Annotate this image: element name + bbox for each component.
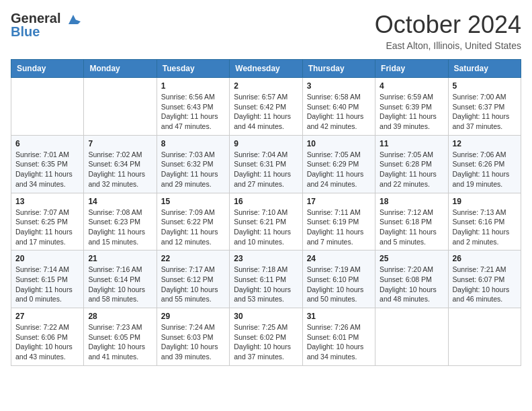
day-number: 12 <box>453 139 517 148</box>
day-detail: Sunrise: 7:19 AM Sunset: 6:10 PM Dayligh… <box>307 265 371 304</box>
day-detail: Sunrise: 7:08 AM Sunset: 6:23 PM Dayligh… <box>88 208 152 247</box>
calendar-cell: 24Sunrise: 7:19 AM Sunset: 6:10 PM Dayli… <box>302 250 375 308</box>
day-number: 26 <box>453 254 517 263</box>
day-detail: Sunrise: 7:00 AM Sunset: 6:37 PM Dayligh… <box>453 92 517 132</box>
day-number: 20 <box>15 254 79 263</box>
calendar-cell: 23Sunrise: 7:18 AM Sunset: 6:11 PM Dayli… <box>230 250 302 308</box>
day-number: 3 <box>307 81 371 91</box>
day-number: 21 <box>88 254 152 263</box>
day-number: 7 <box>88 139 152 148</box>
day-detail: Sunrise: 7:18 AM Sunset: 6:11 PM Dayligh… <box>234 265 298 304</box>
day-detail: Sunrise: 7:23 AM Sunset: 6:05 PM Dayligh… <box>88 322 152 362</box>
day-number: 30 <box>234 312 298 321</box>
calendar-cell: 26Sunrise: 7:21 AM Sunset: 6:07 PM Dayli… <box>448 250 521 308</box>
day-detail: Sunrise: 7:17 AM Sunset: 6:12 PM Dayligh… <box>161 265 225 304</box>
calendar-cell: 13Sunrise: 7:07 AM Sunset: 6:25 PM Dayli… <box>11 193 84 250</box>
calendar-cell: 1Sunrise: 6:56 AM Sunset: 6:43 PM Daylig… <box>157 78 229 136</box>
day-number: 22 <box>161 254 225 263</box>
calendar-cell: 9Sunrise: 7:04 AM Sunset: 6:31 PM Daylig… <box>230 135 302 193</box>
location: East Alton, Illinois, United States <box>375 40 521 51</box>
calendar-cell: 10Sunrise: 7:05 AM Sunset: 6:29 PM Dayli… <box>302 135 375 193</box>
day-detail: Sunrise: 7:20 AM Sunset: 6:08 PM Dayligh… <box>380 265 443 304</box>
calendar-cell <box>448 308 521 366</box>
day-detail: Sunrise: 7:16 AM Sunset: 6:14 PM Dayligh… <box>88 265 152 304</box>
day-of-week-tuesday: Tuesday <box>157 60 229 78</box>
calendar-cell <box>375 308 448 366</box>
day-number: 24 <box>307 254 371 263</box>
calendar-cell: 3Sunrise: 6:58 AM Sunset: 6:40 PM Daylig… <box>302 78 375 136</box>
day-detail: Sunrise: 7:01 AM Sunset: 6:35 PM Dayligh… <box>15 150 79 189</box>
day-detail: Sunrise: 7:11 AM Sunset: 6:19 PM Dayligh… <box>307 208 371 247</box>
calendar-cell: 11Sunrise: 7:05 AM Sunset: 6:28 PM Dayli… <box>375 135 448 193</box>
day-detail: Sunrise: 7:05 AM Sunset: 6:28 PM Dayligh… <box>380 150 443 189</box>
day-number: 15 <box>161 197 225 206</box>
day-number: 23 <box>234 254 298 263</box>
calendar-cell: 6Sunrise: 7:01 AM Sunset: 6:35 PM Daylig… <box>11 135 84 193</box>
calendar-cell <box>11 78 84 136</box>
calendar-cell: 16Sunrise: 7:10 AM Sunset: 6:21 PM Dayli… <box>230 193 302 250</box>
calendar-cell: 28Sunrise: 7:23 AM Sunset: 6:05 PM Dayli… <box>84 308 157 366</box>
day-detail: Sunrise: 7:24 AM Sunset: 6:03 PM Dayligh… <box>161 322 225 362</box>
day-detail: Sunrise: 6:59 AM Sunset: 6:39 PM Dayligh… <box>380 92 443 132</box>
calendar-week-4: 20Sunrise: 7:14 AM Sunset: 6:15 PM Dayli… <box>11 250 521 308</box>
calendar-cell: 21Sunrise: 7:16 AM Sunset: 6:14 PM Dayli… <box>84 250 157 308</box>
calendar-cell: 29Sunrise: 7:24 AM Sunset: 6:03 PM Dayli… <box>157 308 229 366</box>
calendar-cell: 8Sunrise: 7:03 AM Sunset: 6:32 PM Daylig… <box>157 135 229 193</box>
calendar-header-row: SundayMondayTuesdayWednesdayThursdayFrid… <box>11 60 521 78</box>
day-number: 31 <box>307 312 371 321</box>
svg-marker-0 <box>69 15 78 24</box>
day-detail: Sunrise: 7:12 AM Sunset: 6:18 PM Dayligh… <box>380 208 443 247</box>
day-number: 13 <box>15 197 79 206</box>
calendar-cell: 15Sunrise: 7:09 AM Sunset: 6:22 PM Dayli… <box>157 193 229 250</box>
day-number: 9 <box>234 139 298 148</box>
calendar-cell: 25Sunrise: 7:20 AM Sunset: 6:08 PM Dayli… <box>375 250 448 308</box>
day-number: 16 <box>234 197 298 206</box>
day-number: 1 <box>161 81 225 91</box>
month-title: October 2024 <box>375 11 521 39</box>
day-detail: Sunrise: 7:22 AM Sunset: 6:06 PM Dayligh… <box>15 322 79 362</box>
day-detail: Sunrise: 7:09 AM Sunset: 6:22 PM Dayligh… <box>161 208 225 247</box>
calendar-cell: 5Sunrise: 7:00 AM Sunset: 6:37 PM Daylig… <box>448 78 521 136</box>
calendar-week-1: 1Sunrise: 6:56 AM Sunset: 6:43 PM Daylig… <box>11 78 521 136</box>
calendar-week-3: 13Sunrise: 7:07 AM Sunset: 6:25 PM Dayli… <box>11 193 521 250</box>
day-detail: Sunrise: 7:07 AM Sunset: 6:25 PM Dayligh… <box>15 208 79 247</box>
calendar-cell: 12Sunrise: 7:06 AM Sunset: 6:26 PM Dayli… <box>448 135 521 193</box>
day-detail: Sunrise: 7:05 AM Sunset: 6:29 PM Dayligh… <box>307 150 371 189</box>
day-detail: Sunrise: 7:03 AM Sunset: 6:32 PM Dayligh… <box>161 150 225 189</box>
calendar: SundayMondayTuesdayWednesdayThursdayFrid… <box>11 59 521 366</box>
day-detail: Sunrise: 6:58 AM Sunset: 6:40 PM Dayligh… <box>307 92 371 132</box>
day-number: 29 <box>161 312 225 321</box>
calendar-cell: 30Sunrise: 7:25 AM Sunset: 6:02 PM Dayli… <box>230 308 302 366</box>
day-detail: Sunrise: 7:13 AM Sunset: 6:16 PM Dayligh… <box>453 208 517 247</box>
calendar-cell <box>84 78 157 136</box>
calendar-week-5: 27Sunrise: 7:22 AM Sunset: 6:06 PM Dayli… <box>11 308 521 366</box>
day-detail: Sunrise: 7:04 AM Sunset: 6:31 PM Dayligh… <box>234 150 298 189</box>
day-of-week-sunday: Sunday <box>11 60 84 78</box>
logo-blue: Blue <box>11 24 40 40</box>
day-number: 18 <box>380 197 443 206</box>
day-of-week-wednesday: Wednesday <box>230 60 302 78</box>
day-detail: Sunrise: 7:25 AM Sunset: 6:02 PM Dayligh… <box>234 322 298 362</box>
day-of-week-monday: Monday <box>84 60 157 78</box>
calendar-cell: 4Sunrise: 6:59 AM Sunset: 6:39 PM Daylig… <box>375 78 448 136</box>
title-section: October 2024 East Alton, Illinois, Unite… <box>375 11 521 51</box>
calendar-cell: 31Sunrise: 7:26 AM Sunset: 6:01 PM Dayli… <box>302 308 375 366</box>
day-of-week-friday: Friday <box>375 60 448 78</box>
logo-icon <box>66 12 81 27</box>
calendar-cell: 22Sunrise: 7:17 AM Sunset: 6:12 PM Dayli… <box>157 250 229 308</box>
day-number: 28 <box>88 312 152 321</box>
day-detail: Sunrise: 6:57 AM Sunset: 6:42 PM Dayligh… <box>234 92 298 132</box>
calendar-cell: 14Sunrise: 7:08 AM Sunset: 6:23 PM Dayli… <box>84 193 157 250</box>
day-number: 17 <box>307 197 371 206</box>
page-header: General Blue October 2024 East Alton, Il… <box>11 11 521 51</box>
calendar-cell: 2Sunrise: 6:57 AM Sunset: 6:42 PM Daylig… <box>230 78 302 136</box>
day-number: 11 <box>380 139 443 148</box>
day-number: 8 <box>161 139 225 148</box>
calendar-cell: 7Sunrise: 7:02 AM Sunset: 6:34 PM Daylig… <box>84 135 157 193</box>
day-number: 6 <box>15 139 79 148</box>
day-detail: Sunrise: 7:06 AM Sunset: 6:26 PM Dayligh… <box>453 150 517 189</box>
calendar-cell: 27Sunrise: 7:22 AM Sunset: 6:06 PM Dayli… <box>11 308 84 366</box>
day-number: 25 <box>380 254 443 263</box>
day-detail: Sunrise: 6:56 AM Sunset: 6:43 PM Dayligh… <box>161 92 225 132</box>
day-number: 14 <box>88 197 152 206</box>
